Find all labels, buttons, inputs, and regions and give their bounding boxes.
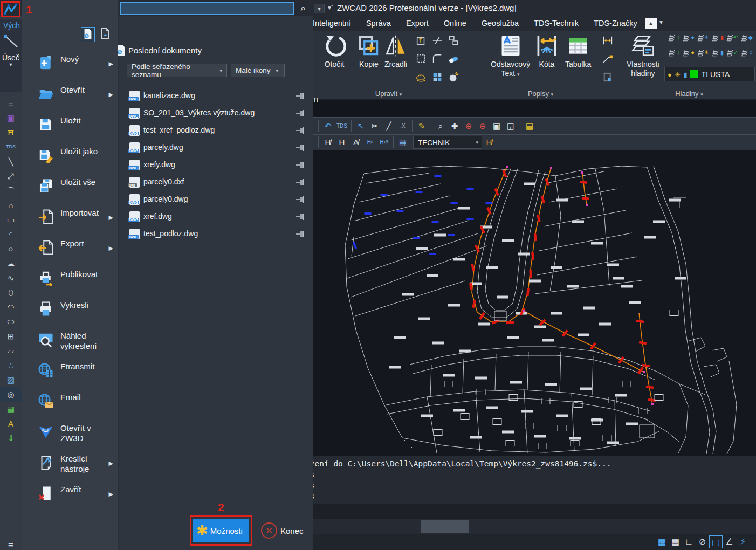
left-tool-12[interactable]: ∿ <box>0 271 22 285</box>
array-icon[interactable] <box>430 71 444 85</box>
line-tool-icon[interactable] <box>2 32 20 50</box>
recent-file-row[interactable]: DWGtest_xref_podloz.dwg <box>119 122 313 139</box>
left-tool-16[interactable]: ⊞ <box>0 329 22 343</box>
pin-icon[interactable] <box>295 178 305 187</box>
menu-item-export[interactable]: Export▶ <box>22 236 119 263</box>
layer-tool-up-green-icon[interactable]: ↑ <box>665 33 680 49</box>
sort-dropdown[interactable]: Podle seřazeného seznamu▾ <box>127 64 227 77</box>
menu-item-zw3d[interactable]: Otevřít v ZW3D <box>22 421 119 448</box>
left-tool-23[interactable]: ⇓ <box>0 431 22 445</box>
tab-tds-technik[interactable]: TDS-Technik <box>526 16 586 30</box>
erase-icon[interactable] <box>446 53 461 67</box>
toolbar-icon-5[interactable]: H↺ <box>377 136 391 149</box>
left-tool-7[interactable]: ⌂ <box>0 198 22 212</box>
toolbar-icon-1[interactable]: ↶ <box>321 120 335 133</box>
left-tool-5[interactable]: ⤢ <box>0 169 22 183</box>
ribbon-button-upravit-0[interactable]: Otočit <box>322 33 346 69</box>
exit-button[interactable]: ✕ Konec <box>261 520 304 541</box>
tab-export[interactable]: Export <box>398 16 436 30</box>
pin-icon[interactable] <box>295 143 305 152</box>
recent-file-row[interactable]: DWGSO_201_03_Výkres výztuže.dwg <box>119 105 313 122</box>
toolbar-icon-8[interactable]: ⌕ <box>434 120 448 133</box>
toolbar-icon-12[interactable]: ▣ <box>490 120 504 133</box>
toolbar-icon-13[interactable]: ◱ <box>504 120 518 133</box>
ribbon-button-upravit-2[interactable]: Zrcadli <box>384 33 408 69</box>
pin-icon[interactable] <box>295 212 305 221</box>
left-tool-4[interactable]: ╲ <box>0 154 22 169</box>
layer-tool-bulb-blue-icon[interactable]: ● <box>680 33 695 49</box>
app-logo-icon[interactable] <box>3 3 18 16</box>
layer-tool-circle-blue-icon[interactable]: ○ <box>738 49 753 64</box>
left-tool-9[interactable]: ◜ <box>0 227 22 242</box>
recent-file-row[interactable]: DWGxrefy.dwg <box>119 156 313 174</box>
toolbar-icon-7[interactable]: ✎ <box>415 120 429 133</box>
group-label-upravit[interactable]: Upravit ▾ <box>318 90 459 98</box>
status-icon-5[interactable]: ∠ <box>723 535 736 548</box>
recent-file-row[interactable]: DWGkanalizace.dwg <box>119 87 313 105</box>
status-icon-2[interactable]: ∟ <box>682 535 696 548</box>
ribbon-button-hladiny-0[interactable]: Vlastnosti hladiny <box>627 33 659 78</box>
fillet-icon[interactable] <box>430 53 444 67</box>
ribbon-options-caret-icon[interactable]: ▼ <box>658 19 664 25</box>
menu-item-tools[interactable]: Kreslící nástroje▶ <box>22 451 119 478</box>
left-tool-19[interactable]: ▨ <box>0 373 22 387</box>
toolbar-icon-3[interactable]: ↖ <box>354 120 368 133</box>
left-tool-1[interactable]: ▣ <box>0 111 22 125</box>
status-icon-0[interactable]: ▦ <box>655 535 669 548</box>
leader-icon[interactable] <box>601 53 615 67</box>
menu-item-close[interactable]: Zavřít▶ <box>22 482 119 509</box>
recent-file-row[interactable]: DWGxref.dwg <box>119 208 313 225</box>
pin-icon[interactable] <box>295 92 305 100</box>
quick-access-customize-icon[interactable]: ▼̄ <box>327 5 332 11</box>
open-documents-toggle-icon[interactable] <box>98 27 112 42</box>
horizontal-scrollbar[interactable] <box>302 519 756 534</box>
layer-tool-unlock-blue-icon[interactable]: ▮ <box>709 49 724 64</box>
left-tool-2[interactable]: Ħ <box>0 125 22 140</box>
ribbon-minimize-icon[interactable]: ▲ <box>645 18 657 29</box>
layer-combo[interactable]: ●☀▮ TLUSTA <box>664 67 755 81</box>
ribbon-tab-vychozi[interactable]: Vých <box>0 19 22 30</box>
left-tool-8[interactable]: ▭ <box>0 212 22 227</box>
tab-tds-značky[interactable]: TDS-Značky <box>586 16 645 30</box>
trim-icon[interactable] <box>430 35 444 49</box>
menu-item-saveall[interactable]: Uložit vše <box>22 175 119 202</box>
left-tool-20[interactable]: ◎ <box>0 387 22 402</box>
quick-access-dropdown-icon[interactable]: ▾ <box>314 4 325 13</box>
toolbar-icon-11[interactable]: ⊖ <box>476 120 490 133</box>
layer-tool-check-green-icon[interactable]: ✓ <box>724 49 738 64</box>
scrollbar-thumb[interactable] <box>421 520 469 533</box>
recent-file-row[interactable]: DWGparcely.dwg <box>119 139 313 156</box>
layer-tool-down-green-icon[interactable]: ↓ <box>665 49 680 64</box>
toolbar-icon-1[interactable]: H̸ <box>321 136 335 149</box>
toolbar-icon-2[interactable]: H <box>335 136 349 149</box>
ribbon-button-popisy-1[interactable]: Kóta <box>535 33 559 69</box>
toolbar-icon-3[interactable]: A̸ <box>349 136 363 149</box>
menu-item-plot[interactable]: Vykresli <box>22 298 119 325</box>
left-tool-14[interactable]: ◠ <box>0 300 22 314</box>
left-tool-3[interactable]: TDS <box>0 140 22 154</box>
toolbar-icon-9[interactable]: ✚ <box>448 120 462 133</box>
search-icon[interactable]: ⌕ <box>295 2 311 15</box>
menu-item-email[interactable]: Email <box>22 390 119 417</box>
scale-icon[interactable] <box>414 53 428 67</box>
layer-tool-undo-green-icon[interactable]: ↶ <box>724 33 738 49</box>
revcloud-icon[interactable] <box>414 71 428 85</box>
style-combo[interactable]: TECHNIK▾ <box>413 136 482 149</box>
tab-online[interactable]: Online <box>436 16 474 30</box>
menu-item-open[interactable]: Otevřít▶ <box>22 82 119 109</box>
ribbon-button-popisy-0[interactable]: Odstavcový Text ▾ <box>491 33 530 79</box>
tab-inteligentní[interactable]: Inteligentní <box>305 16 359 30</box>
frame-icon[interactable] <box>601 71 615 85</box>
group-label-popisy[interactable]: Popisy ▾ <box>459 90 622 98</box>
left-tool-17[interactable]: ▱ <box>0 343 22 358</box>
menu-item-publish[interactable]: Publikovat <box>22 267 119 294</box>
toolbar-icon-4[interactable]: ✂ <box>368 120 382 133</box>
ribbon-button-upravit-1[interactable]: Kopie <box>357 33 381 69</box>
toolbar-icon-5[interactable]: ╱ <box>382 120 396 133</box>
pin-icon[interactable] <box>295 109 305 118</box>
align-icon[interactable] <box>446 35 461 49</box>
layer-tool-lock-red-icon[interactable]: ▮ <box>709 33 724 49</box>
layer-tool-sun-yellow-icon[interactable]: ☀ <box>695 49 709 64</box>
layer-tool-bulb-yellow-icon[interactable]: ● <box>680 49 695 64</box>
pin-icon[interactable] <box>295 195 305 204</box>
